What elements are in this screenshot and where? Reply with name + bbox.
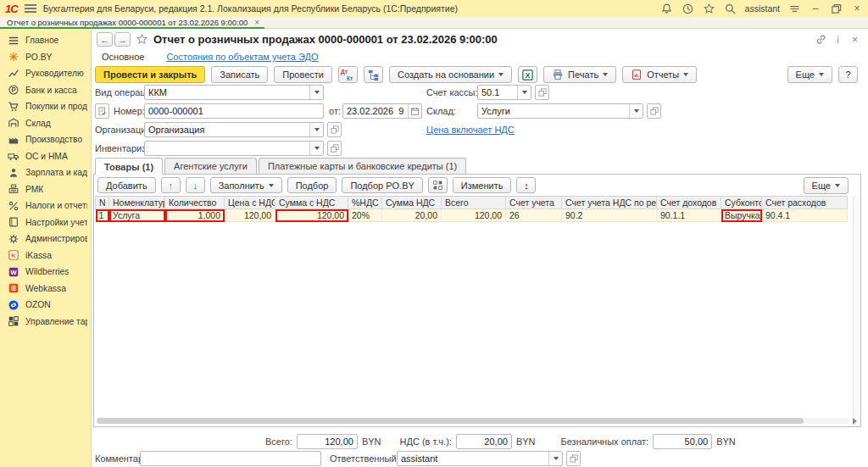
open-organization-button[interactable] (327, 122, 342, 137)
favorites-star-icon[interactable] (703, 3, 715, 15)
close-form-icon[interactable]: × (849, 33, 861, 46)
table-row[interactable]: 1 Услуга 1,000 120,00 120,00 20% 20,00 1… (96, 209, 848, 222)
vertical-scrollbar[interactable] (853, 196, 859, 416)
get-link-icon[interactable] (815, 33, 827, 46)
scrollbar-thumb[interactable] (97, 418, 804, 424)
row-height-toggle-button[interactable]: ↕ (516, 177, 536, 193)
sidebar-item-zarplata-kadry[interactable]: Зарплата и кадры (0, 164, 91, 181)
col-header[interactable]: Цена с НДС (225, 197, 275, 209)
cell-quantity[interactable]: 1,000 (165, 209, 225, 222)
col-header[interactable]: N (96, 197, 109, 209)
warehouse-input[interactable] (478, 104, 629, 118)
responsible-field[interactable] (397, 451, 563, 466)
post-button[interactable]: Провести (274, 66, 332, 83)
reports-button[interactable]: Отчеты (622, 66, 697, 83)
open-inventory-button[interactable] (327, 141, 342, 156)
cell-amount-with-vat[interactable]: 120,00 (275, 209, 348, 222)
tab-agentskie-uslugi[interactable]: Агентские услуги (164, 158, 257, 174)
responsible-input[interactable] (398, 452, 548, 465)
col-header[interactable]: Сумма НДС (382, 197, 442, 209)
organization-field[interactable] (144, 122, 324, 137)
cashless-input[interactable] (654, 435, 711, 448)
operation-type-input[interactable] (145, 86, 309, 99)
cell-total[interactable]: 120,00 (442, 209, 506, 222)
cell-vat-account[interactable]: 90.2 (562, 209, 657, 222)
comment-field[interactable] (140, 451, 321, 466)
total-field[interactable] (297, 434, 358, 449)
inventory-input[interactable] (145, 142, 309, 155)
organization-input[interactable] (145, 123, 309, 136)
dropdown-button[interactable] (517, 86, 531, 99)
horizontal-scrollbar[interactable] (97, 418, 849, 424)
number-input[interactable] (145, 104, 323, 118)
col-header[interactable]: Субконто (721, 197, 762, 209)
sidebar-item-nalogi[interactable]: Налоги и отчетность (0, 197, 91, 214)
dropdown-button[interactable] (309, 142, 323, 155)
set-number-button[interactable] (95, 103, 109, 119)
cash-account-input[interactable] (478, 86, 517, 99)
col-header[interactable]: Счет расходов (762, 197, 848, 209)
print-button[interactable]: Печать (543, 66, 616, 83)
notifications-bell-icon[interactable] (660, 3, 673, 15)
scroll-right-arrow-icon[interactable] (853, 418, 857, 425)
excel-export-button[interactable]: X (518, 66, 537, 83)
create-based-on-button[interactable]: Создать на основании (389, 66, 512, 83)
calendar-icon[interactable] (408, 104, 421, 118)
marking-codes-button[interactable] (428, 177, 448, 193)
current-user[interactable]: assistant (745, 3, 780, 14)
back-button[interactable]: ← (97, 32, 113, 47)
dt-kt-postings-button[interactable]: ДтКт (338, 66, 358, 83)
inventory-field[interactable] (144, 141, 324, 156)
dropdown-button[interactable] (548, 452, 562, 465)
favorite-star-icon[interactable] (136, 33, 148, 46)
open-cash-account-button[interactable] (535, 85, 549, 100)
number-field[interactable] (144, 103, 324, 119)
cell-vat-rate[interactable]: 20% (348, 209, 382, 222)
dropdown-button[interactable] (629, 104, 643, 118)
sidebar-item-administrirovanie[interactable]: Администрирование (0, 231, 91, 247)
date-field[interactable] (342, 103, 422, 119)
sidebar-item-nastroyki[interactable]: Настройки учета (0, 214, 91, 231)
sidebar-item-pokupki-prodazhi[interactable]: Покупки и продажи (0, 98, 91, 115)
vat-total-field[interactable] (456, 434, 512, 449)
history-icon[interactable] (682, 3, 694, 15)
cell-account[interactable]: 26 (506, 209, 562, 222)
cell-vat-amount[interactable]: 20,00 (382, 209, 442, 222)
more-button[interactable]: Еще (787, 66, 832, 83)
sidebar-item-wildberries[interactable]: WWildberries (0, 264, 91, 281)
col-header[interactable]: Счет учета НДС по реализации (562, 197, 657, 209)
service-menu-icon[interactable] (788, 3, 801, 15)
sidebar-item-roby[interactable]: PO.BY (0, 49, 91, 66)
help-button[interactable]: ? (838, 66, 858, 83)
col-header[interactable]: %НДС (348, 197, 382, 209)
cash-account-field[interactable] (477, 85, 531, 100)
sidebar-item-rukovoditelyu[interactable]: Руководителю (0, 65, 91, 82)
nav-edo-link[interactable]: Состояния по объектам учета ЭДО (166, 52, 318, 62)
open-warehouse-button[interactable] (647, 103, 661, 119)
add-row-button[interactable]: Добавить (97, 177, 156, 193)
col-header[interactable]: Сумма с НДС (275, 197, 348, 209)
cell-expense-account[interactable]: 90.4.1 (762, 209, 848, 222)
warehouse-field[interactable] (477, 103, 643, 119)
date-input[interactable] (343, 104, 408, 118)
window-tab-report[interactable]: Отчет о розничных продажах 0000-000001 о… (0, 17, 264, 29)
close-window-button[interactable]: × (851, 3, 863, 14)
pick-roby-button[interactable]: Подбор PO.BY (342, 177, 422, 193)
cashless-field[interactable] (653, 434, 712, 449)
cell-income-account[interactable]: 90.1.1 (657, 209, 721, 222)
items-more-button[interactable]: Еще (804, 177, 849, 194)
sidebar-item-proizvodstvo[interactable]: Производство (0, 131, 91, 148)
col-header[interactable]: Количество (165, 197, 225, 209)
cell-nomenclature[interactable]: Услуга (109, 209, 165, 222)
main-menu-icon[interactable] (25, 4, 36, 13)
nav-main[interactable]: Основное (102, 52, 144, 62)
col-header[interactable]: Счет учета (506, 197, 562, 209)
pick-button[interactable]: Подбор (287, 177, 337, 193)
sidebar-item-tarif[interactable]: Управление тарифом (0, 314, 91, 331)
sidebar-item-glavnoe[interactable]: Главное (0, 32, 91, 49)
search-icon[interactable] (724, 3, 737, 15)
col-header[interactable]: Номенклатура (109, 197, 165, 209)
total-input[interactable] (298, 435, 357, 448)
sidebar-item-bank-kassa[interactable]: Банк и касса (0, 82, 91, 99)
tab-tovary[interactable]: Товары (1) (95, 158, 163, 175)
